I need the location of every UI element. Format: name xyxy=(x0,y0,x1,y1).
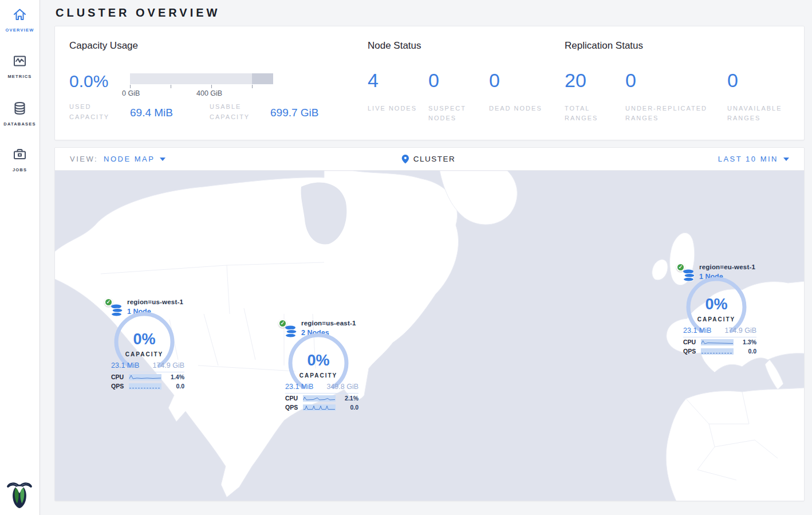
region-label: region=us-east-1 xyxy=(301,320,356,327)
capacity-axis-tick-400: 400 GiB xyxy=(196,89,222,97)
capacity-bar: 0 GiB 400 GiB xyxy=(130,70,273,91)
cpu-sparkline xyxy=(701,339,734,345)
qps-sparkline xyxy=(303,404,336,411)
node-map[interactable]: ✓ region=us-west-1 1 Node 0% CAPACITY xyxy=(55,171,805,501)
view-selector-value: NODE MAP xyxy=(104,155,155,163)
chevron-down-icon xyxy=(783,158,789,161)
databases-icon xyxy=(12,101,27,119)
used-capacity-value: 69.4 MiB xyxy=(130,101,210,122)
node-map-marker-eu-west-1[interactable]: ✓ region=eu-west-1 1 Node 0% CAPACITY xyxy=(676,263,763,359)
capacity-bar-reserved-segment xyxy=(252,73,273,84)
view-selector-dropdown[interactable]: NODE MAP xyxy=(104,155,165,163)
capacity-total-value: 349.8 GiB xyxy=(326,383,358,391)
node-map-marker-us-west-1[interactable]: ✓ region=us-west-1 1 Node 0% CAPACITY xyxy=(104,298,191,394)
cluster-summary-panel: Capacity Usage 0.0% 0 GiB 400 GiB USED C… xyxy=(54,26,805,140)
replication-status-title: Replication Status xyxy=(565,40,788,52)
capacity-used-value: 23.1 MiB xyxy=(285,383,313,391)
breadcrumb-cluster: CLUSTER xyxy=(413,155,456,163)
jobs-icon xyxy=(12,147,27,164)
sidebar-item-overview[interactable]: OVERVIEW xyxy=(0,7,40,33)
sidebar-item-label: DATABASES xyxy=(0,121,40,127)
breadcrumb[interactable]: CLUSTER xyxy=(401,154,456,164)
capacity-usage-section: Capacity Usage 0.0% 0 GiB 400 GiB USED C… xyxy=(69,40,368,140)
map-pin-icon xyxy=(401,154,409,164)
cpu-value: 2.1% xyxy=(345,395,358,402)
cpu-sparkline xyxy=(303,395,336,402)
sidebar-item-label: JOBS xyxy=(0,167,40,172)
qps-label: QPS xyxy=(683,348,701,355)
sidebar-item-label: OVERVIEW xyxy=(0,27,40,33)
dead-nodes-label: DEAD NODES xyxy=(489,104,550,114)
node-map-panel: VIEW: NODE MAP CLUSTER LAST 10 MIN xyxy=(54,147,805,501)
suspect-nodes-value: 0 xyxy=(428,70,489,91)
page-title: CLUSTER OVERVIEW xyxy=(41,0,812,26)
capacity-label: CAPACITY xyxy=(112,351,176,357)
qps-value: 0.0 xyxy=(176,383,184,390)
unavailable-ranges-value: 0 xyxy=(727,70,788,91)
capacity-total-value: 174.9 GiB xyxy=(152,361,184,369)
node-status-title: Node Status xyxy=(368,40,565,52)
capacity-percent: 0% xyxy=(684,296,748,313)
chevron-down-icon xyxy=(160,158,165,161)
qps-sparkline xyxy=(701,348,734,355)
qps-label: QPS xyxy=(285,404,303,411)
qps-label: QPS xyxy=(111,383,129,390)
capacity-axis-tick-0: 0 GiB xyxy=(122,89,140,97)
usable-capacity-value: 699.7 GiB xyxy=(270,101,319,122)
qps-value: 0.0 xyxy=(748,348,756,355)
home-icon xyxy=(12,7,27,25)
time-range-value: LAST 10 MIN xyxy=(718,155,778,163)
cpu-value: 1.3% xyxy=(743,339,756,345)
capacity-used-percent: 0.0% xyxy=(69,70,130,91)
cpu-label: CPU xyxy=(285,395,303,402)
cockroachdb-logo xyxy=(6,478,33,512)
total-ranges-value: 20 xyxy=(565,70,625,91)
under-replicated-ranges-value: 0 xyxy=(625,70,727,91)
usable-capacity-label: USABLE CAPACITY xyxy=(210,101,270,122)
cpu-value: 1.4% xyxy=(171,374,184,380)
sidebar: OVERVIEW METRICS DATABASES xyxy=(0,0,40,515)
qps-value: 0.0 xyxy=(350,404,358,411)
region-label: region=eu-west-1 xyxy=(699,264,755,270)
node-status-section: Node Status 4 LIVE NODES 0 SUSPECT NODES… xyxy=(368,40,565,140)
under-replicated-ranges-label: UNDER-REPLICATED RANGES xyxy=(625,104,711,124)
capacity-label: CAPACITY xyxy=(684,316,748,323)
capacity-percent: 0% xyxy=(286,352,350,369)
time-range-dropdown[interactable]: LAST 10 MIN xyxy=(718,155,789,163)
replication-status-section: Replication Status 20 TOTAL RANGES 0 UND… xyxy=(565,40,788,140)
capacity-label: CAPACITY xyxy=(286,372,350,379)
sidebar-item-databases[interactable]: DATABASES xyxy=(0,101,40,127)
unavailable-ranges-label: UNAVAILABLE RANGES xyxy=(727,104,788,124)
metrics-icon xyxy=(12,53,27,71)
cpu-label: CPU xyxy=(683,339,701,345)
cpu-sparkline xyxy=(129,374,161,380)
capacity-used-value: 23.1 MiB xyxy=(683,327,711,335)
used-capacity-label: USED CAPACITY xyxy=(69,101,130,122)
capacity-total-value: 174.9 GiB xyxy=(724,327,756,335)
node-map-marker-us-east-1[interactable]: ✓ region=us-east-1 2 Nodes 0% CAPACITY xyxy=(278,319,365,415)
map-toolbar: VIEW: NODE MAP CLUSTER LAST 10 MIN xyxy=(55,148,804,171)
capacity-percent: 0% xyxy=(112,331,176,348)
qps-sparkline xyxy=(129,383,161,390)
region-label: region=us-west-1 xyxy=(127,298,183,305)
live-nodes-label: LIVE NODES xyxy=(368,104,428,114)
cpu-label: CPU xyxy=(111,374,129,380)
suspect-nodes-label: SUSPECT NODES xyxy=(428,104,489,124)
capacity-usage-title: Capacity Usage xyxy=(69,40,368,52)
view-label: VIEW: xyxy=(70,155,98,163)
sidebar-item-jobs[interactable]: JOBS xyxy=(0,147,40,172)
live-nodes-value: 4 xyxy=(368,70,428,91)
sidebar-item-metrics[interactable]: METRICS xyxy=(0,53,40,79)
capacity-used-value: 23.1 MiB xyxy=(111,361,139,369)
sidebar-item-label: METRICS xyxy=(0,74,40,79)
dead-nodes-value: 0 xyxy=(489,70,550,91)
total-ranges-label: TOTAL RANGES xyxy=(565,104,625,124)
